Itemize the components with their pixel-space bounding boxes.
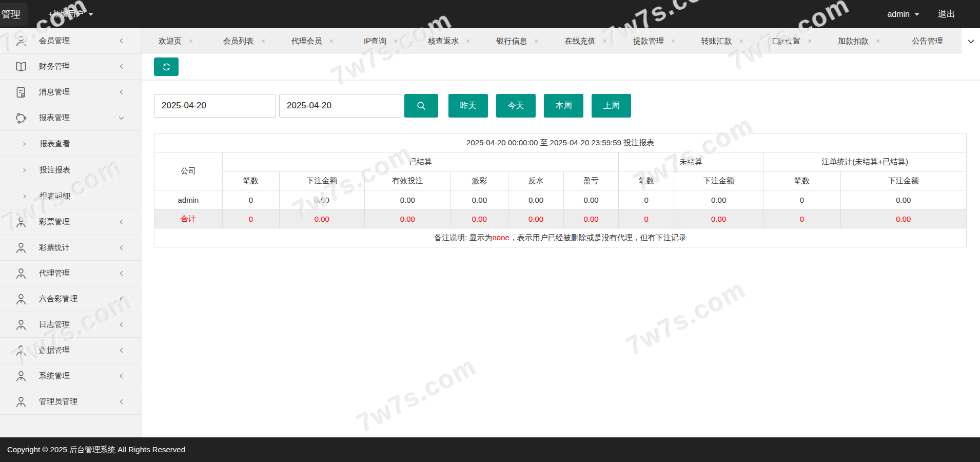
chevron-left-icon <box>118 321 125 328</box>
cell-value: 0.00 <box>674 190 763 209</box>
chevron-left-icon <box>118 37 125 44</box>
tab-agent-member[interactable]: 代理会员 × <box>278 28 346 54</box>
search-button[interactable] <box>404 94 438 118</box>
tab-member-list[interactable]: 会员列表 × <box>210 28 278 54</box>
document-icon <box>14 86 28 99</box>
tab-transfer-remit[interactable]: 转账汇款 × <box>688 28 756 54</box>
sidebar-item-admin-management[interactable]: 管理员管理 <box>0 389 141 415</box>
today-button[interactable]: 今天 <box>496 94 536 118</box>
close-icon[interactable]: × <box>261 37 265 45</box>
sidebar-item-label: 六合彩管理 <box>39 294 118 304</box>
sidebar-item-label: 会员管理 <box>39 36 118 46</box>
share-icon <box>14 111 28 125</box>
sidebar-item-member-management[interactable]: 会员管理 <box>0 28 141 54</box>
close-icon[interactable]: × <box>876 37 880 45</box>
close-icon[interactable]: × <box>329 37 334 45</box>
tab-withdrawal-management[interactable]: 提款管理 × <box>620 28 688 54</box>
col-bet-amount: 下注金额 <box>840 171 966 190</box>
col-group-unsettled: 未结算 <box>619 152 763 171</box>
sidebar-item-label: 系统管理 <box>39 371 118 381</box>
close-icon[interactable]: × <box>671 37 675 45</box>
sidebar-item-report-management[interactable]: 报表管理 <box>0 105 141 131</box>
sidebar-item-message-management[interactable]: 消息管理 <box>0 80 141 105</box>
cell-value: 0.00 <box>840 190 966 209</box>
topbar: 管理 +新增用户 admin 退出 <box>0 0 980 28</box>
user-tie-icon <box>14 318 28 332</box>
close-icon[interactable]: × <box>394 37 398 45</box>
tab-ip-query[interactable]: IP查询 × <box>347 28 415 54</box>
sidebar-item-label: 彩票统计 <box>39 243 118 253</box>
date-from-input[interactable] <box>154 94 276 118</box>
date-to-input[interactable] <box>279 94 401 118</box>
cell-value: 0.00 <box>450 190 508 209</box>
chevron-left-icon <box>118 373 125 379</box>
refresh-button[interactable] <box>154 57 179 76</box>
close-icon[interactable]: × <box>808 37 812 45</box>
sidebar-item-data-management[interactable]: 数据管理 <box>0 338 141 363</box>
user-dropdown[interactable]: admin <box>887 10 919 19</box>
table-total-row: 合计 0 0.00 0.00 0.00 0.00 0.00 0 0.00 0 0… <box>154 209 967 228</box>
tab-announcement[interactable]: 公告管理 <box>893 28 962 54</box>
tab-remit-settings[interactable]: 汇款设置 × <box>757 28 825 54</box>
sidebar-item-finance-management[interactable]: 财务管理 <box>0 54 141 80</box>
tab-bar: 欢迎页 × 会员列表 × 代理会员 × IP查询 × 核查返水 × <box>142 28 980 54</box>
logout-button[interactable]: 退出 <box>938 8 955 20</box>
content-area: 欢迎页 × 会员列表 × 代理会员 × IP查询 × 核查返水 × <box>142 28 980 437</box>
close-icon[interactable]: × <box>466 37 470 45</box>
table-header-sub-row: 笔数 下注金额 有效投注 派彩 反水 盈亏 笔数 下注金额 笔数 下注金额 <box>154 171 967 190</box>
close-icon[interactable]: × <box>189 37 193 45</box>
sidebar-item-log-management[interactable]: 日志管理 <box>0 312 141 338</box>
new-user-dropdown[interactable]: +新增用户 <box>48 9 93 19</box>
col-count: 笔数 <box>222 171 279 190</box>
close-icon[interactable]: × <box>603 37 607 45</box>
sidebar-item-mark-six-management[interactable]: 六合彩管理 <box>0 286 141 312</box>
close-icon[interactable]: × <box>534 37 538 45</box>
close-icon[interactable]: × <box>739 37 743 45</box>
user-tie-icon <box>14 370 28 383</box>
cell-value: 0 <box>222 209 279 228</box>
sidebar-item-label: 代理管理 <box>39 268 118 278</box>
sidebar: 会员管理 财务管理 消息管理 报表管理 报表查看 <box>0 28 142 437</box>
sidebar-item-label: 管理员管理 <box>39 397 118 407</box>
tab-rebate-check[interactable]: 核查返水 × <box>415 28 483 54</box>
copyright-text: Copyright © 2025 后台管理系统 All Rights Reser… <box>7 445 185 455</box>
sidebar-item-agent-management[interactable]: 代理管理 <box>0 261 141 286</box>
col-rebate: 反水 <box>508 171 564 190</box>
user-tie-icon <box>14 293 28 306</box>
sidebar-subitem-report-view[interactable]: 报表查看 <box>0 131 141 157</box>
cell-value: 0.00 <box>364 209 450 228</box>
sidebar-item-lottery-stats[interactable]: 彩票统计 <box>0 235 141 261</box>
app-title-text: 管理 <box>1 8 21 21</box>
col-company: 公司 <box>154 152 223 190</box>
user-tie-icon <box>14 216 28 229</box>
user-tie-icon <box>14 267 28 280</box>
report-title: 2025-04-20 00:00:00 至 2025-04-20 23:59:5… <box>154 133 967 152</box>
user-tie-icon <box>14 241 28 255</box>
tab-bank-info[interactable]: 银行信息 × <box>483 28 552 54</box>
tab-welcome[interactable]: 欢迎页 × <box>142 28 210 54</box>
chevron-right-icon <box>22 194 27 199</box>
chevron-right-icon <box>22 167 27 173</box>
sidebar-item-lottery-management[interactable]: 彩票管理 <box>0 209 141 235</box>
sidebar-subitem-bet-report[interactable]: 投注报表 <box>0 157 141 183</box>
tab-add-deduct[interactable]: 加款扣款 × <box>825 28 893 54</box>
yesterday-button[interactable]: 昨天 <box>448 94 488 118</box>
col-profit: 盈亏 <box>563 171 619 190</box>
tab-more-button[interactable] <box>962 28 980 54</box>
sidebar-item-label: 消息管理 <box>39 87 118 97</box>
last-week-button[interactable]: 上周 <box>592 94 631 118</box>
col-count: 笔数 <box>763 171 840 190</box>
sidebar-subitem-label: 投注报表 <box>40 165 70 175</box>
sidebar-item-system-management[interactable]: 系统管理 <box>0 363 141 389</box>
bet-report-table: 2025-04-20 00:00:00 至 2025-04-20 23:59:5… <box>154 133 967 247</box>
chevron-left-icon <box>118 296 125 302</box>
new-user-label: +新增用户 <box>48 9 84 19</box>
caret-down-icon <box>914 13 919 16</box>
chevron-left-icon <box>118 89 125 95</box>
chevron-down-icon <box>118 114 125 121</box>
sidebar-subitem-report-detail[interactable]: 报表明细 <box>0 183 141 209</box>
tab-online-deposit[interactable]: 在线充值 × <box>552 28 620 54</box>
sidebar-item-label: 财务管理 <box>39 62 118 71</box>
this-week-button[interactable]: 本周 <box>544 94 583 118</box>
cell-value: 0 <box>619 190 674 209</box>
